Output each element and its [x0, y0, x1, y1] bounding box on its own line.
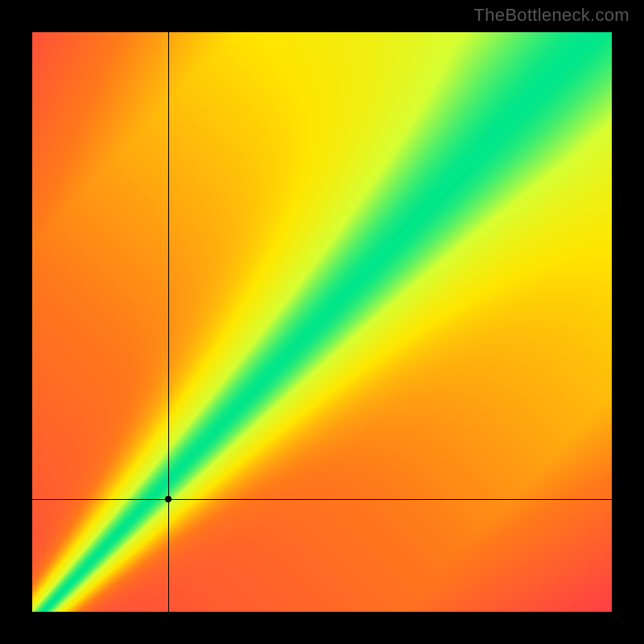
chart-frame: TheBottleneck.com — [0, 0, 644, 644]
heatmap-plot — [32, 32, 612, 612]
crosshair-vertical — [168, 32, 169, 612]
data-point-marker — [165, 496, 171, 502]
heatmap-canvas — [32, 32, 612, 612]
crosshair-horizontal — [32, 499, 612, 500]
watermark-text: TheBottleneck.com — [474, 5, 630, 26]
